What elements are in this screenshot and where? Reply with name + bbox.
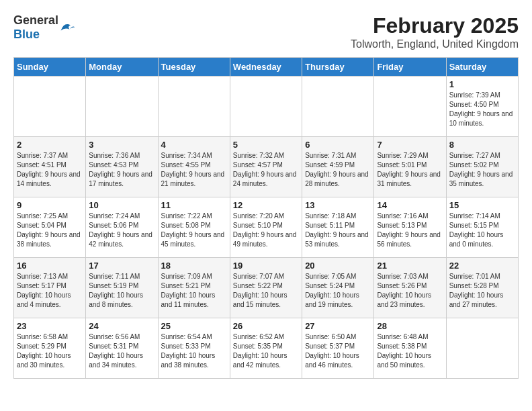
- day-number: 2: [17, 140, 83, 150]
- day-cell: 4Sunrise: 7:34 AM Sunset: 4:55 PM Daylig…: [158, 137, 230, 197]
- day-info: Sunrise: 7:36 AM Sunset: 4:53 PM Dayligh…: [89, 151, 154, 189]
- day-number: 8: [449, 140, 515, 150]
- day-info: Sunrise: 6:54 AM Sunset: 5:33 PM Dayligh…: [161, 332, 227, 370]
- col-header-friday: Friday: [374, 58, 446, 77]
- day-cell: 17Sunrise: 7:11 AM Sunset: 5:19 PM Dayli…: [86, 258, 158, 318]
- day-number: 4: [161, 140, 227, 150]
- day-info: Sunrise: 6:52 AM Sunset: 5:35 PM Dayligh…: [233, 332, 299, 370]
- day-number: 14: [377, 200, 443, 210]
- main-title: February 2025: [351, 13, 519, 38]
- day-cell: 12Sunrise: 7:20 AM Sunset: 5:10 PM Dayli…: [230, 197, 302, 258]
- day-cell: 15Sunrise: 7:14 AM Sunset: 5:15 PM Dayli…: [446, 197, 518, 258]
- col-header-sunday: Sunday: [14, 58, 86, 77]
- logo-general-text: General: [13, 13, 58, 27]
- day-info: Sunrise: 7:32 AM Sunset: 4:57 PM Dayligh…: [233, 151, 299, 189]
- day-info: Sunrise: 7:27 AM Sunset: 5:02 PM Dayligh…: [449, 151, 515, 189]
- day-number: 19: [233, 261, 299, 271]
- day-cell: 28Sunrise: 6:48 AM Sunset: 5:38 PM Dayli…: [374, 318, 446, 379]
- day-cell: 24Sunrise: 6:56 AM Sunset: 5:31 PM Dayli…: [86, 318, 158, 379]
- logo: General Blue: [13, 13, 76, 42]
- day-info: Sunrise: 7:25 AM Sunset: 5:04 PM Dayligh…: [17, 212, 83, 249]
- col-header-wednesday: Wednesday: [230, 58, 302, 77]
- day-info: Sunrise: 7:18 AM Sunset: 5:11 PM Dayligh…: [305, 212, 371, 249]
- col-header-saturday: Saturday: [446, 58, 518, 77]
- day-cell: 8Sunrise: 7:27 AM Sunset: 5:02 PM Daylig…: [446, 137, 518, 197]
- day-info: Sunrise: 7:24 AM Sunset: 5:06 PM Dayligh…: [89, 212, 154, 249]
- week-row-5: 23Sunrise: 6:58 AM Sunset: 5:29 PM Dayli…: [14, 318, 519, 379]
- day-number: 17: [89, 261, 154, 271]
- day-number: 27: [305, 321, 371, 331]
- day-number: 26: [233, 321, 299, 331]
- page-header: General Blue February 2025 Tolworth, Eng…: [13, 13, 519, 50]
- day-cell: 10Sunrise: 7:24 AM Sunset: 5:06 PM Dayli…: [86, 197, 158, 258]
- day-number: 20: [305, 261, 371, 271]
- col-header-monday: Monday: [86, 58, 158, 77]
- day-info: Sunrise: 7:31 AM Sunset: 4:59 PM Dayligh…: [305, 151, 371, 189]
- day-number: 12: [233, 200, 299, 210]
- title-block: February 2025 Tolworth, England, United …: [351, 13, 519, 50]
- day-number: 3: [89, 140, 154, 150]
- col-header-thursday: Thursday: [302, 58, 374, 77]
- day-info: Sunrise: 7:11 AM Sunset: 5:19 PM Dayligh…: [89, 272, 154, 310]
- day-number: 13: [305, 200, 371, 210]
- day-cell: 27Sunrise: 6:50 AM Sunset: 5:37 PM Dayli…: [302, 318, 374, 379]
- day-cell: 2Sunrise: 7:37 AM Sunset: 4:51 PM Daylig…: [14, 137, 86, 197]
- logo-blue-text: Blue: [13, 28, 40, 41]
- week-row-1: 1Sunrise: 7:39 AM Sunset: 4:50 PM Daylig…: [14, 77, 519, 137]
- day-cell: 21Sunrise: 7:03 AM Sunset: 5:26 PM Dayli…: [374, 258, 446, 318]
- day-number: 25: [161, 321, 227, 331]
- logo-bird-icon: [60, 21, 76, 34]
- day-info: Sunrise: 7:16 AM Sunset: 5:13 PM Dayligh…: [377, 212, 443, 249]
- day-number: 24: [89, 321, 154, 331]
- day-cell: 19Sunrise: 7:07 AM Sunset: 5:22 PM Dayli…: [230, 258, 302, 318]
- day-info: Sunrise: 7:34 AM Sunset: 4:55 PM Dayligh…: [161, 151, 227, 189]
- day-info: Sunrise: 7:07 AM Sunset: 5:22 PM Dayligh…: [233, 272, 299, 310]
- day-info: Sunrise: 7:03 AM Sunset: 5:26 PM Dayligh…: [377, 272, 443, 310]
- day-number: 18: [161, 261, 227, 271]
- day-cell: 6Sunrise: 7:31 AM Sunset: 4:59 PM Daylig…: [302, 137, 374, 197]
- day-cell: 3Sunrise: 7:36 AM Sunset: 4:53 PM Daylig…: [86, 137, 158, 197]
- day-number: 5: [233, 140, 299, 150]
- col-header-tuesday: Tuesday: [158, 58, 230, 77]
- day-cell: 26Sunrise: 6:52 AM Sunset: 5:35 PM Dayli…: [230, 318, 302, 379]
- day-cell: [158, 77, 230, 137]
- day-info: Sunrise: 7:22 AM Sunset: 5:08 PM Dayligh…: [161, 212, 227, 249]
- subtitle: Tolworth, England, United Kingdom: [351, 38, 519, 50]
- day-info: Sunrise: 7:13 AM Sunset: 5:17 PM Dayligh…: [17, 272, 83, 310]
- day-number: 1: [449, 79, 515, 89]
- day-info: Sunrise: 7:14 AM Sunset: 5:15 PM Dayligh…: [449, 212, 515, 249]
- week-row-3: 9Sunrise: 7:25 AM Sunset: 5:04 PM Daylig…: [14, 197, 519, 258]
- week-row-2: 2Sunrise: 7:37 AM Sunset: 4:51 PM Daylig…: [14, 137, 519, 197]
- day-cell: 22Sunrise: 7:01 AM Sunset: 5:28 PM Dayli…: [446, 258, 518, 318]
- calendar-table: SundayMondayTuesdayWednesdayThursdayFrid…: [13, 57, 519, 379]
- day-number: 15: [449, 200, 515, 210]
- day-info: Sunrise: 7:39 AM Sunset: 4:50 PM Dayligh…: [449, 91, 515, 128]
- day-number: 28: [377, 321, 443, 331]
- day-number: 16: [17, 261, 83, 271]
- day-info: Sunrise: 6:50 AM Sunset: 5:37 PM Dayligh…: [305, 332, 371, 370]
- header-row: SundayMondayTuesdayWednesdayThursdayFrid…: [14, 58, 519, 77]
- day-cell: 1Sunrise: 7:39 AM Sunset: 4:50 PM Daylig…: [446, 77, 518, 137]
- day-info: Sunrise: 7:29 AM Sunset: 5:01 PM Dayligh…: [377, 151, 443, 189]
- week-row-4: 16Sunrise: 7:13 AM Sunset: 5:17 PM Dayli…: [14, 258, 519, 318]
- day-cell: [14, 77, 86, 137]
- day-info: Sunrise: 7:05 AM Sunset: 5:24 PM Dayligh…: [305, 272, 371, 310]
- day-info: Sunrise: 7:09 AM Sunset: 5:21 PM Dayligh…: [161, 272, 227, 310]
- day-cell: 11Sunrise: 7:22 AM Sunset: 5:08 PM Dayli…: [158, 197, 230, 258]
- day-number: 11: [161, 200, 227, 210]
- day-cell: 9Sunrise: 7:25 AM Sunset: 5:04 PM Daylig…: [14, 197, 86, 258]
- day-info: Sunrise: 6:48 AM Sunset: 5:38 PM Dayligh…: [377, 332, 443, 370]
- day-info: Sunrise: 6:56 AM Sunset: 5:31 PM Dayligh…: [89, 332, 154, 370]
- day-number: 22: [449, 261, 515, 271]
- day-info: Sunrise: 7:20 AM Sunset: 5:10 PM Dayligh…: [233, 212, 299, 249]
- day-cell: [86, 77, 158, 137]
- day-cell: [230, 77, 302, 137]
- day-cell: 25Sunrise: 6:54 AM Sunset: 5:33 PM Dayli…: [158, 318, 230, 379]
- day-cell: [374, 77, 446, 137]
- day-number: 7: [377, 140, 443, 150]
- day-info: Sunrise: 7:37 AM Sunset: 4:51 PM Dayligh…: [17, 151, 83, 189]
- day-number: 9: [17, 200, 83, 210]
- day-number: 21: [377, 261, 443, 271]
- day-cell: 5Sunrise: 7:32 AM Sunset: 4:57 PM Daylig…: [230, 137, 302, 197]
- day-info: Sunrise: 7:01 AM Sunset: 5:28 PM Dayligh…: [449, 272, 515, 310]
